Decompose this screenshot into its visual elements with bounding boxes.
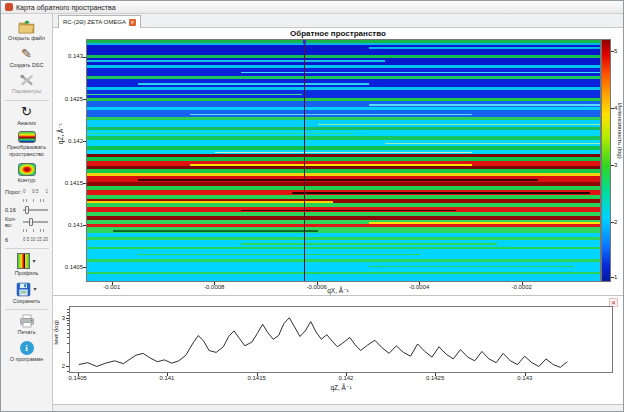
x-tick-mark (419, 282, 420, 285)
profile-x-tick-mark (346, 373, 347, 376)
heatmap-streak (87, 201, 333, 202)
profile-y-minor-tick (67, 352, 69, 353)
profile-x-tick-mark (78, 373, 79, 376)
create-dsc-label: Создать DSC (9, 62, 43, 69)
heatmap-streak (87, 133, 354, 134)
profile-line-chart (70, 307, 612, 372)
x-tick-mark (317, 282, 318, 285)
threshold-control: Порог: 0 0.5 1 0.16 (1, 186, 52, 216)
heatmap-streak (369, 266, 574, 267)
profile-y-tick-mark (66, 318, 69, 319)
print-button[interactable]: Печать (1, 312, 52, 339)
heatmap-streak (87, 94, 302, 96)
printer-icon (19, 314, 35, 328)
profile-x-tick-mark (525, 373, 526, 376)
colorbar-tick-label: 2 (614, 219, 622, 225)
profile-y-tick-mark (66, 366, 69, 367)
colorbar-title: Интенсивность (log) (617, 103, 623, 159)
content-area: RC-(2Θ) ZETA OMEGA ✕ Обратное пространст… (53, 14, 623, 411)
contour-button[interactable]: Контур (1, 161, 52, 187)
count-control: Кол-во: 6 0 5 10 15 20 (1, 216, 52, 246)
tab-label: RC-(2Θ) ZETA OMEGA (63, 19, 126, 25)
scale-tick-label: 0.5 (32, 189, 38, 194)
heatmap-streak (113, 230, 318, 231)
analysis-label: Анализ (17, 120, 36, 127)
y-tick-mark (83, 183, 86, 184)
window-title: Карта обратного пространства (16, 4, 116, 11)
pencil-icon: ✎ (21, 47, 32, 61)
profile-y-minor-tick (67, 343, 69, 344)
save-button[interactable]: ▾ Сохранить (1, 280, 52, 308)
profile-y-minor-tick (67, 323, 69, 324)
heatmap-layers-icon (18, 131, 36, 143)
y-tick-label: 0.143 (59, 53, 83, 59)
y-tick-mark (83, 57, 86, 58)
profile-plot (69, 306, 613, 373)
chevron-down-icon[interactable]: ▾ (32, 258, 35, 264)
analysis-button[interactable]: ↻ Анализ (1, 103, 52, 130)
parameters-button[interactable]: Параметры (1, 71, 52, 98)
threshold-slider[interactable] (23, 206, 48, 214)
heatmap-streak (87, 60, 385, 62)
heatmap-streak (138, 254, 420, 256)
sidebar-separator (5, 100, 49, 101)
chevron-down-icon[interactable]: ▾ (33, 286, 36, 292)
profile-y-axis-title: Iинт (log) (53, 320, 59, 345)
scale-tick-label: 0 (23, 237, 26, 242)
reciprocal-space-panel: Обратное пространство qZ, Å⁻¹ qX, Å⁻¹ Ин… (53, 28, 623, 295)
profile-y-minor-tick (67, 337, 69, 338)
threshold-scale-ticks (23, 199, 48, 202)
y-tick-label: 0.141 (59, 222, 83, 228)
heatmap-streak (241, 210, 456, 211)
heatmap-streak (190, 164, 472, 165)
profile-y-tick-label: 3 (59, 315, 65, 321)
count-slider[interactable] (23, 218, 48, 226)
folder-open-icon (18, 19, 36, 34)
x-tick-mark (112, 282, 113, 285)
open-file-button[interactable]: Открыть файл (1, 17, 52, 45)
heatmap[interactable] (86, 39, 601, 282)
colorbar (601, 39, 611, 282)
colorbar-tick-label: 5 (614, 48, 622, 54)
tab-rc-zeta-omega[interactable]: RC-(2Θ) ZETA OMEGA ✕ (58, 15, 141, 28)
scale-tick-label: 10 (30, 237, 35, 242)
transform-space-label: Преобразовать пространство (3, 144, 51, 157)
profile-x-tick-mark (167, 373, 168, 376)
profile-icon (17, 253, 30, 269)
parameters-label: Параметры (12, 88, 41, 95)
y-tick-label: 0.1425 (59, 96, 83, 102)
transform-space-button[interactable]: Преобразовать пространство (1, 129, 52, 160)
profile-x-tick-mark (435, 373, 436, 376)
title-bar: Карта обратного пространства (1, 1, 623, 14)
profile-x-tick-mark (257, 373, 258, 376)
print-label: Печать (17, 329, 35, 336)
profile-y-minor-tick (67, 309, 69, 310)
heatmap-streak (369, 104, 600, 106)
profile-button[interactable]: ▾ Профиль (1, 251, 52, 280)
y-tick-mark (83, 99, 86, 100)
y-tick-label: 0.142 (59, 138, 83, 144)
crosshair-marker (303, 40, 306, 44)
tools-icon (19, 73, 35, 87)
heatmap-streak (369, 47, 600, 49)
heatmap-streak (292, 192, 590, 193)
profile-label: Профиль (15, 270, 39, 277)
profile-y-minor-tick (67, 371, 69, 372)
x-tick-mark (214, 282, 215, 285)
profile-y-minor-tick (67, 329, 69, 330)
heatmap-streak (369, 222, 600, 223)
scale-tick-label: 15 (37, 237, 42, 242)
threshold-label: Порог: (5, 189, 21, 195)
x-tick-mark (522, 282, 523, 285)
profile-y-minor-tick (67, 315, 69, 316)
scale-tick-label: 5 (27, 237, 30, 242)
create-dsc-button[interactable]: ✎ Создать DSC (1, 45, 52, 72)
sidebar-separator (5, 248, 49, 249)
tab-close-icon[interactable]: ✕ (129, 19, 136, 26)
heatmap-streak (241, 72, 600, 74)
colorbar-tick-label: 4 (614, 105, 622, 111)
heatmap-streak (385, 143, 600, 144)
about-button[interactable]: i О программе (1, 339, 52, 366)
floppy-disk-icon (16, 282, 31, 297)
y-tick-label: 0.1415 (59, 180, 83, 186)
